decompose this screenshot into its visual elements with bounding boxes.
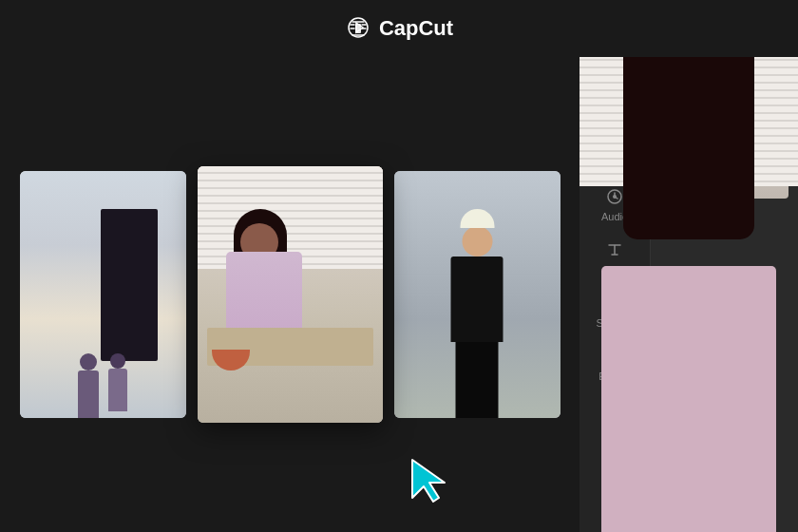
photo-bg-2 [198,166,383,423]
person-1-body [78,370,99,418]
person-2-body [108,369,127,411]
sidebar: Media Stockvideos [580,0,798,532]
audio-icon [604,186,625,207]
dark-panel [101,209,158,361]
media-grid [651,117,798,199]
person3-torso [451,256,504,342]
person-2 [108,353,127,418]
person3-legs [456,342,499,418]
thumb-img-2 [728,117,789,199]
cursor-icon [408,456,451,504]
media-thumb-2[interactable] [728,117,789,199]
photo-card-3[interactable] [394,171,560,418]
svg-point-12 [613,195,617,199]
logo-text: CapCut [379,16,453,41]
person-silhouette [78,353,127,418]
person3-head [462,226,492,256]
capcut-logo-icon [345,15,371,42]
photo-bg-1 [20,171,186,418]
photo-card-2[interactable] [198,166,383,423]
person-1-head [80,353,97,370]
panel-content: Saving... Project Cloud Myspace [651,0,798,532]
person-1 [78,353,99,418]
svg-marker-1 [412,460,445,502]
person3-hair [460,209,494,228]
logo: CapCut [345,15,453,42]
person3-body [451,207,504,418]
person-2-head [110,353,125,369]
photo-card-1[interactable] [20,171,186,418]
thumb-hair-2 [728,117,755,199]
text-icon [604,239,625,260]
header: CapCut [0,0,798,57]
main-area [0,57,580,532]
photo-bg-3 [394,171,560,418]
svg-rect-0 [355,24,361,33]
craft-bowl [212,350,250,370]
